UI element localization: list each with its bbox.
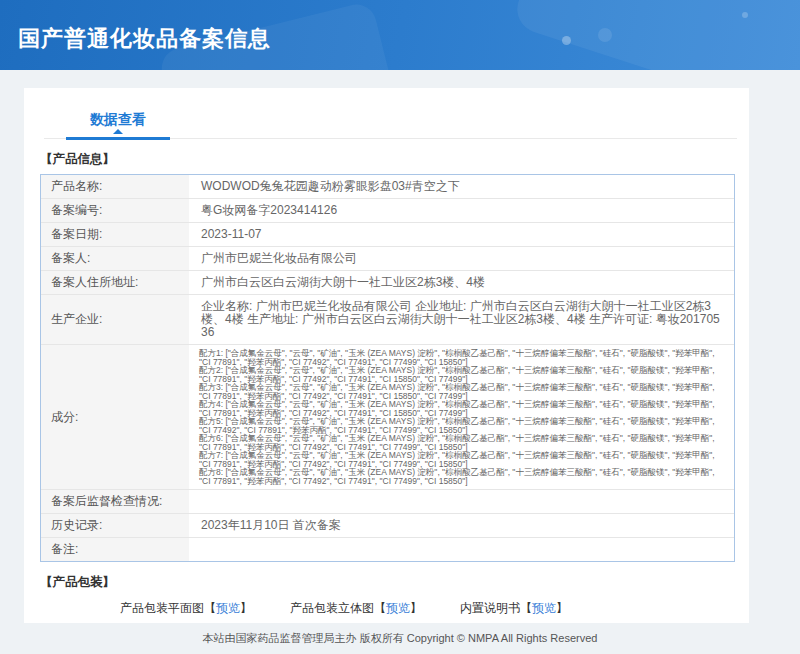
table-row-ingredients: 成分: 配方1: ["合成氟金云母", "云母", "矿油", "玉米 (ZEA…	[41, 344, 734, 489]
page-title: 国产普通化妆品备案信息	[18, 24, 271, 54]
row-value	[189, 490, 734, 513]
packaging-section-title: 【产品包装】	[40, 574, 735, 591]
bracket-close: 】	[410, 601, 422, 615]
row-value	[189, 538, 734, 561]
table-row-remarks: 备注:	[41, 537, 734, 561]
bracket-close: 】	[556, 601, 568, 615]
row-value: 粤G妆网备字2023414126	[189, 199, 734, 222]
bracket-open: 【	[204, 601, 216, 615]
page: 国产普通化妆品备案信息 数据查看 【产品信息】 产品名称: WODWOD兔兔花园…	[0, 0, 800, 654]
row-value: 2023-11-07	[189, 223, 734, 246]
row-label: 备案后监督检查情况:	[41, 490, 189, 513]
page-body: 数据查看 【产品信息】 产品名称: WODWOD兔兔花园趣动粉雾眼影盘03#青空…	[0, 70, 800, 623]
row-value: 广州市巴妮兰化妆品有限公司	[189, 247, 734, 270]
table-row-supervision: 备案后监督检查情况:	[41, 489, 734, 513]
page-footer: 本站由国家药品监督管理局主办 版权所有 Copyright © NMPA All…	[0, 623, 800, 654]
bracket-open: 【	[374, 601, 386, 615]
table-row-registration-number: 备案编号: 粤G妆网备字2023414126	[41, 198, 734, 222]
table-row-history: 历史记录: 2023年11月10日 首次备案	[41, 513, 734, 537]
row-value: WODWOD兔兔花园趣动粉雾眼影盘03#青空之下	[189, 175, 734, 198]
packaging-flat-image-item: 产品包装平面图【预览】	[120, 600, 252, 617]
table-row-manufacturer: 生产企业: 企业名称: 广州市巴妮兰化妆品有限公司 企业地址: 广州市白云区白云…	[41, 294, 734, 344]
row-label: 生产企业:	[41, 295, 189, 344]
footer-copyright-text: 本站由国家药品监督管理局主办 版权所有 Copyright © NMPA All…	[203, 631, 598, 646]
tab-data-view-label: 数据查看	[90, 111, 146, 127]
page-header: 国产普通化妆品备案信息	[0, 0, 800, 70]
table-row-registration-date: 备案日期: 2023-11-07	[41, 222, 734, 246]
row-label: 备案编号:	[41, 199, 189, 222]
banner-dot-decoration	[562, 36, 571, 45]
tab-active-caret-icon	[113, 129, 123, 134]
row-label: 备案人:	[41, 247, 189, 270]
packaging-flat-preview-link[interactable]: 预览	[216, 601, 240, 615]
table-row-product-name: 产品名称: WODWOD兔兔花园趣动粉雾眼影盘03#青空之下	[41, 175, 734, 198]
product-info-table: 产品名称: WODWOD兔兔花园趣动粉雾眼影盘03#青空之下 备案编号: 粤G妆…	[40, 174, 735, 562]
row-label: 产品名称:	[41, 175, 189, 198]
row-label: 备注:	[41, 538, 189, 561]
banner-decoration	[511, 0, 800, 70]
packaging-3d-preview-link[interactable]: 预览	[386, 601, 410, 615]
row-value: 企业名称: 广州市巴妮兰化妆品有限公司 企业地址: 广州市白云区白云湖街大朗十一…	[189, 295, 734, 344]
packaging-item-label: 产品包装平面图	[120, 601, 204, 615]
table-row-registrant: 备案人: 广州市巴妮兰化妆品有限公司	[41, 246, 734, 270]
packaging-3d-image-item: 产品包装立体图【预览】	[290, 600, 422, 617]
manual-preview-link[interactable]: 预览	[532, 601, 556, 615]
row-label: 备案人住所地址:	[41, 271, 189, 294]
row-label: 成分:	[41, 345, 189, 489]
packaging-manual-item: 内置说明书【预览】	[460, 600, 568, 617]
row-label: 历史记录:	[41, 514, 189, 537]
content-panel: 数据查看 【产品信息】 产品名称: WODWOD兔兔花园趣动粉雾眼影盘03#青空…	[24, 88, 749, 623]
tab-data-view[interactable]: 数据查看	[66, 102, 170, 140]
packaging-links-row: 产品包装平面图【预览】 产品包装立体图【预览】 内置说明书【预览】	[120, 600, 749, 617]
tab-bar: 数据查看	[44, 102, 737, 139]
bracket-close: 】	[240, 601, 252, 615]
row-value: 广州市白云区白云湖街大朗十一社工业区2栋3楼、4楼	[189, 271, 734, 294]
packaging-item-label: 内置说明书	[460, 601, 520, 615]
product-info-section-title: 【产品信息】	[40, 151, 735, 168]
row-value-ingredients: 配方1: ["合成氟金云母", "云母", "矿油", "玉米 (ZEA MAY…	[189, 345, 734, 489]
bracket-open: 【	[520, 601, 532, 615]
packaging-item-label: 产品包装立体图	[290, 601, 374, 615]
banner-dot-decoration	[742, 12, 748, 18]
table-row-registrant-address: 备案人住所地址: 广州市白云区白云湖街大朗十一社工业区2栋3楼、4楼	[41, 270, 734, 294]
row-label: 备案日期:	[41, 223, 189, 246]
row-value: 2023年11月10日 首次备案	[189, 514, 734, 537]
banner-dot-decoration	[598, 28, 612, 42]
